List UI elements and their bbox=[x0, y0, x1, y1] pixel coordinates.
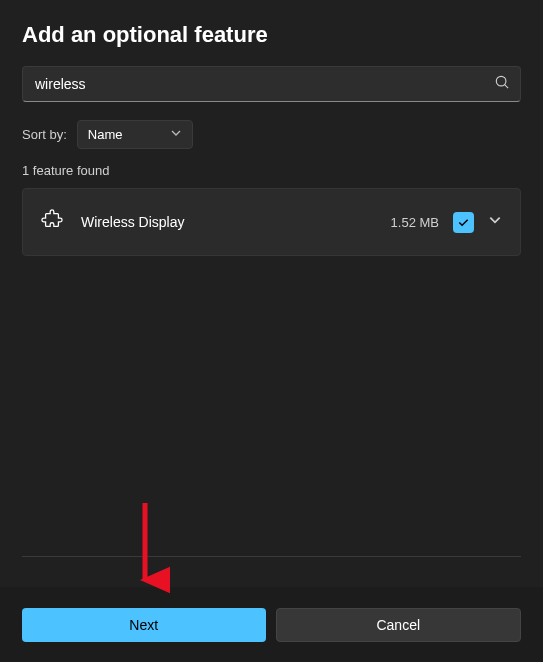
arrow-annotation bbox=[130, 498, 170, 598]
search-container bbox=[22, 66, 521, 102]
chevron-down-icon bbox=[170, 127, 182, 142]
feature-size: 1.52 MB bbox=[391, 215, 439, 230]
search-input[interactable] bbox=[22, 66, 521, 102]
expand-chevron-icon[interactable] bbox=[488, 213, 502, 231]
feature-checkbox[interactable] bbox=[453, 212, 474, 233]
next-button[interactable]: Next bbox=[22, 608, 266, 642]
cancel-button[interactable]: Cancel bbox=[276, 608, 522, 642]
checkmark-icon bbox=[457, 216, 470, 229]
feature-item[interactable]: Wireless Display 1.52 MB bbox=[22, 188, 521, 256]
feature-name: Wireless Display bbox=[81, 214, 391, 230]
puzzle-icon bbox=[41, 209, 63, 235]
sort-selected-value: Name bbox=[88, 127, 123, 142]
sort-select[interactable]: Name bbox=[77, 120, 193, 149]
dialog-footer: Next Cancel bbox=[0, 587, 543, 662]
divider bbox=[22, 556, 521, 557]
sort-label: Sort by: bbox=[22, 127, 67, 142]
results-count: 1 feature found bbox=[22, 163, 521, 178]
dialog-title: Add an optional feature bbox=[22, 22, 521, 48]
